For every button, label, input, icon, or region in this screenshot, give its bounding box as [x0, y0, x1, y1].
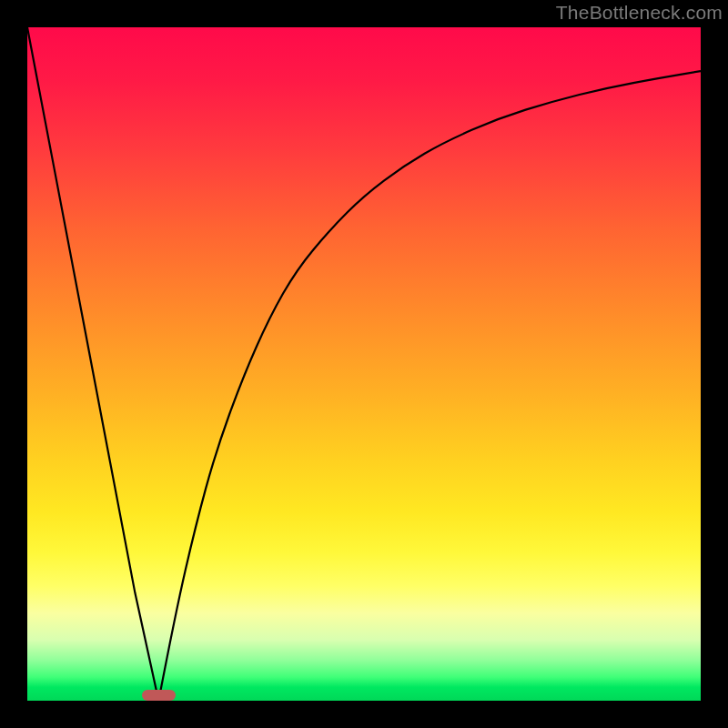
- bottleneck-marker: [142, 690, 176, 701]
- plot-area: [27, 27, 701, 701]
- left-branch-line: [27, 27, 158, 701]
- curve-layer: [27, 27, 701, 701]
- watermark-text: TheBottleneck.com: [556, 2, 723, 24]
- chart-frame: TheBottleneck.com: [0, 0, 728, 728]
- right-branch-line: [158, 71, 701, 701]
